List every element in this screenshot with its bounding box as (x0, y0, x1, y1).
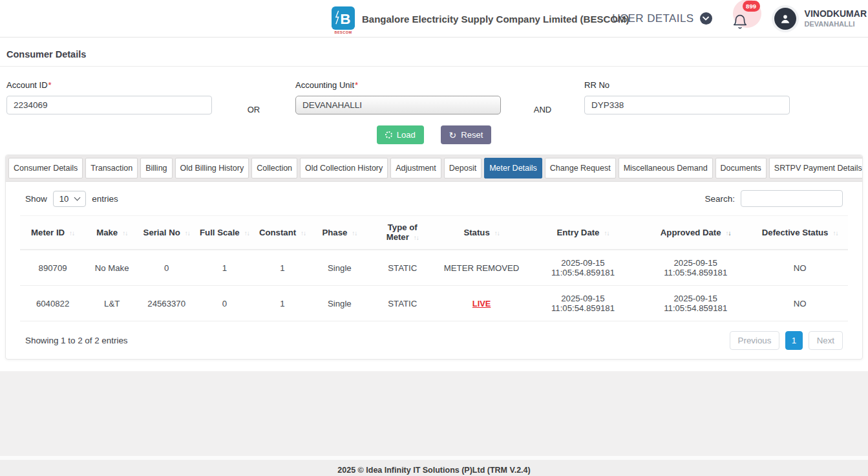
column-header-meter-id[interactable]: Meter ID↑↓ (20, 216, 85, 250)
sort-icon: ↑↓ (414, 234, 419, 241)
table-cell: 1 (254, 286, 310, 321)
table-footer: Showing 1 to 2 of 2 entries Previous 1 N… (25, 331, 843, 350)
table-cell: 1 (195, 250, 254, 286)
table-row: 890709No Make011SingleSTATICMETER REMOVE… (20, 250, 848, 286)
page-1-button[interactable]: 1 (785, 331, 803, 350)
main-content: Consumer Details Account ID* OR Accounti… (0, 38, 868, 371)
table-cell: No Make (85, 250, 138, 286)
table-cell: STATIC (368, 286, 436, 321)
table-cell: 2025-09-15 11:05:54.859181 (639, 250, 752, 286)
account-id-label: Account ID* (6, 80, 212, 90)
sort-icon: ↑↓ (832, 230, 838, 237)
required-marker: * (48, 80, 52, 90)
bell-icon (732, 13, 748, 31)
search-label: Search: (704, 194, 735, 204)
next-page-button[interactable]: Next (809, 331, 843, 350)
tab-transaction[interactable]: Transaction (85, 158, 138, 178)
column-header-serial-no[interactable]: Serial No↑↓ (138, 216, 195, 250)
sort-icon: ↑↓ (244, 230, 249, 237)
footer: 2025 © Idea Infinity IT Solutions (P)Ltd… (0, 460, 868, 476)
account-id-input[interactable] (6, 96, 212, 114)
table-cell: 0 (138, 250, 195, 286)
sort-icon: ↑↓ (726, 230, 731, 237)
bescom-logo-icon: B (332, 6, 355, 30)
tab-miscellaneous-demand[interactable]: Miscellaneous Demand (619, 158, 713, 178)
table-cell: LIVE (436, 286, 527, 321)
account-id-field: Account ID* (6, 80, 212, 114)
search-group: Search: (704, 190, 843, 207)
content-spacer (0, 371, 868, 456)
table-cell: 2025-09-15 11:05:54.859181 (639, 286, 752, 321)
tab-bar: Consumer DetailsTransactionBillingOld Bi… (6, 155, 862, 182)
tab-adjustment[interactable]: Adjustment (390, 158, 441, 178)
tab-documents[interactable]: Documents (715, 158, 767, 178)
tab-old-collection-history[interactable]: Old Collection History (300, 158, 388, 178)
accounting-unit-input[interactable] (295, 96, 501, 114)
status-live-link[interactable]: LIVE (472, 299, 491, 308)
sort-icon: ↑↓ (604, 230, 609, 237)
show-label: Show (25, 194, 47, 204)
reset-button[interactable]: ↻ Reset (441, 125, 492, 144)
column-header-defective-status[interactable]: Defective Status↑↓ (752, 216, 848, 250)
column-header-approved-date[interactable]: Approved Date↑↓ (639, 216, 752, 250)
column-header-type-of-meter[interactable]: Type of Meter↑↓ (368, 216, 436, 250)
company-title: Bangalore Electricity Supply Company Lim… (362, 14, 629, 25)
spinner-icon (385, 131, 392, 138)
notifications-button[interactable]: 899 (730, 5, 754, 32)
table-cell: METER REMOVED (436, 250, 527, 286)
table-cell: L&T (85, 286, 138, 321)
sort-icon: ↑↓ (185, 230, 190, 237)
entries-label: entries (92, 194, 118, 204)
table-cell: 0 (195, 286, 254, 321)
search-input[interactable] (741, 190, 843, 207)
table-header-row: Meter ID↑↓Make↑↓Serial No↑↓Full Scale↑↓C… (20, 216, 848, 250)
chevron-down-icon (74, 195, 81, 201)
table-cell: 2025-09-15 11:05:54.859181 (527, 286, 639, 321)
rr-no-input[interactable] (584, 96, 790, 114)
table-cell: STATIC (368, 250, 436, 286)
tab-srtpv-payment-details[interactable]: SRTPV Payment Details (769, 158, 862, 178)
column-header-status[interactable]: Status↑↓ (436, 216, 527, 250)
or-label: OR (212, 80, 295, 114)
bescom-logo: B BESCOM (332, 6, 355, 34)
column-header-phase[interactable]: Phase↑↓ (311, 216, 369, 250)
and-label: AND (501, 80, 584, 114)
column-header-entry-date[interactable]: Entry Date↑↓ (527, 216, 639, 250)
accounting-unit-field: Accounting Unit* (295, 80, 501, 114)
column-header-make[interactable]: Make↑↓ (85, 216, 138, 250)
table-cell: 24563370 (138, 286, 195, 321)
load-button[interactable]: Load (377, 125, 424, 144)
table-cell: 2025-09-15 11:05:54.859181 (527, 250, 639, 286)
pagination: Previous 1 Next (727, 331, 843, 350)
bescom-logo-caption: BESCOM (334, 30, 352, 34)
rr-no-field: RR No (584, 80, 790, 114)
tab-meter-details[interactable]: Meter Details (484, 158, 542, 178)
sort-icon: ↑↓ (69, 230, 74, 237)
user-menu[interactable]: VINODKUMAR DEVANAHALLI (772, 5, 867, 32)
tab-old-billing-history[interactable]: Old Billing History (175, 158, 249, 178)
brand: B BESCOM Bangalore Electricity Supply Co… (332, 0, 629, 38)
column-header-constant[interactable]: Constant↑↓ (254, 216, 310, 250)
sort-icon: ↑↓ (352, 230, 357, 237)
table-cell: Single (311, 286, 369, 321)
column-header-full-scale[interactable]: Full Scale↑↓ (195, 216, 254, 250)
tab-deposit[interactable]: Deposit (444, 158, 482, 178)
user-name: VINODKUMAR (805, 8, 867, 19)
svg-text:B: B (340, 11, 350, 27)
table-row: 6040822L&T2456337001SingleSTATICLIVE2025… (20, 286, 848, 321)
page-size-select[interactable]: 10 (53, 191, 86, 207)
entries-summary: Showing 1 to 2 of 2 entries (25, 336, 128, 345)
rr-no-label: RR No (584, 80, 790, 90)
user-names: VINODKUMAR DEVANAHALLI (805, 8, 867, 28)
tab-collection[interactable]: Collection (251, 158, 297, 178)
accounting-unit-label: Accounting Unit* (295, 80, 501, 90)
sort-icon: ↑↓ (494, 230, 500, 237)
tab-consumer-details[interactable]: Consumer Details (8, 158, 83, 178)
page-size-group: Show 10 entries (25, 191, 118, 207)
refresh-icon: ↻ (449, 131, 457, 140)
consumer-search-form: Account ID* OR Accounting Unit* AND RR N… (0, 67, 868, 114)
tab-change-request[interactable]: Change Request (545, 158, 616, 178)
page-title: Consumer Details (0, 38, 868, 66)
previous-page-button[interactable]: Previous (730, 331, 780, 350)
tab-billing[interactable]: Billing (140, 158, 172, 178)
